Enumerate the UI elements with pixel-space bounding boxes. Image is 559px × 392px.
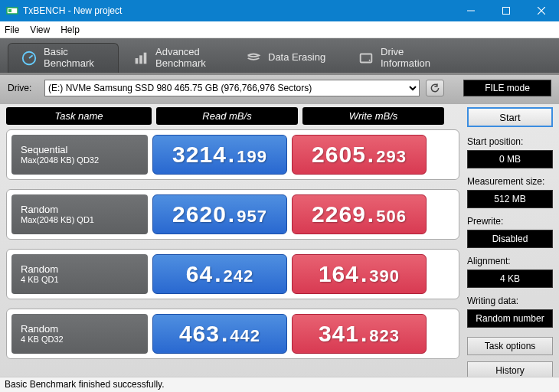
svg-rect-11 bbox=[361, 54, 372, 62]
task-name: Sequential bbox=[21, 144, 139, 156]
task-name: Random bbox=[21, 263, 139, 276]
results-panel: Task name Read mB/s Write mB/s Sequentia… bbox=[6, 107, 459, 380]
write-value: 341.823 bbox=[292, 314, 427, 354]
task-name: Random bbox=[21, 204, 139, 216]
minimize-button[interactable] bbox=[453, 0, 489, 21]
alignment-value[interactable]: 4 KB bbox=[467, 270, 553, 288]
prewrite-value[interactable]: Disabled bbox=[467, 230, 553, 248]
task-params: 4 KB QD32 bbox=[21, 335, 139, 345]
titlebar: TxBENCH - New project bbox=[0, 0, 559, 21]
result-row: Random4 KB QD164.242164.390 bbox=[6, 249, 459, 299]
measurement-size-label: Measurement size: bbox=[467, 176, 553, 187]
refresh-icon bbox=[430, 83, 440, 93]
result-row: RandomMax(2048 KB) QD12620.9572269.506 bbox=[6, 189, 459, 240]
task-options-button[interactable]: Task options bbox=[467, 337, 553, 355]
menu-help[interactable]: Help bbox=[60, 24, 80, 35]
svg-point-12 bbox=[369, 59, 371, 60]
svg-line-7 bbox=[29, 55, 33, 58]
tab-label: Data Erasing bbox=[268, 52, 325, 64]
drive-label: Drive: bbox=[8, 83, 38, 93]
drive-select[interactable]: (E:) NVMe Samsung SSD 980 465.75 GB (976… bbox=[44, 80, 420, 96]
side-panel: Start Start position: 0 MB Measurement s… bbox=[459, 107, 553, 380]
start-position-value[interactable]: 0 MB bbox=[467, 150, 553, 168]
task-params: Max(2048 KB) QD1 bbox=[21, 215, 139, 225]
measurement-size-value[interactable]: 512 MB bbox=[467, 190, 553, 208]
svg-rect-10 bbox=[144, 52, 147, 64]
menu-view[interactable]: View bbox=[30, 24, 50, 35]
result-row: SequentialMax(2048 KB) QD323214.1992605.… bbox=[6, 129, 459, 180]
drive-icon bbox=[358, 50, 374, 67]
svg-rect-9 bbox=[139, 55, 142, 64]
tab-label: Advanced Benchmark bbox=[155, 47, 206, 70]
alignment-label: Alignment: bbox=[467, 256, 553, 266]
read-value: 463.442 bbox=[152, 314, 287, 354]
tab-label: Basic Benchmark bbox=[44, 47, 94, 70]
write-value: 2605.293 bbox=[292, 135, 427, 175]
read-value: 2620.957 bbox=[152, 194, 287, 234]
task-cell[interactable]: RandomMax(2048 KB) QD1 bbox=[11, 194, 148, 234]
tab-data-erasing[interactable]: Data Erasing bbox=[233, 43, 344, 73]
start-position-label: Start position: bbox=[467, 136, 553, 147]
refresh-button[interactable] bbox=[426, 80, 444, 96]
tab-drive-information[interactable]: Drive Information bbox=[345, 43, 456, 73]
header-task: Task name bbox=[6, 107, 152, 125]
result-row: Random4 KB QD32463.442341.823 bbox=[6, 309, 459, 359]
drive-toolbar: Drive: (E:) NVMe Samsung SSD 980 465.75 … bbox=[0, 75, 559, 104]
close-button[interactable] bbox=[524, 0, 559, 21]
gauge-icon bbox=[21, 50, 38, 67]
header-write: Write mB/s bbox=[302, 107, 444, 125]
header-read: Read mB/s bbox=[156, 107, 298, 125]
task-params: 4 KB QD1 bbox=[21, 275, 139, 285]
svg-rect-3 bbox=[503, 8, 510, 15]
app-icon bbox=[6, 5, 18, 17]
write-value: 164.390 bbox=[292, 254, 427, 294]
tab-label: Drive Information bbox=[381, 47, 430, 70]
writing-data-value[interactable]: Random number bbox=[467, 309, 553, 328]
status-bar: Basic Benchmark finished successfully. bbox=[0, 377, 559, 392]
read-value: 3214.199 bbox=[152, 135, 287, 175]
svg-rect-1 bbox=[8, 9, 11, 12]
task-cell[interactable]: SequentialMax(2048 KB) QD32 bbox=[11, 135, 148, 175]
task-params: Max(2048 KB) QD32 bbox=[21, 155, 139, 165]
file-mode-button[interactable]: FILE mode bbox=[463, 80, 551, 96]
menu-file[interactable]: File bbox=[5, 24, 19, 35]
bars-icon bbox=[132, 50, 149, 67]
task-cell[interactable]: Random4 KB QD1 bbox=[11, 254, 148, 294]
tab-advanced-benchmark[interactable]: Advanced Benchmark bbox=[120, 43, 231, 73]
read-value: 64.242 bbox=[152, 254, 287, 294]
tabbar: Basic Benchmark Advanced Benchmark Data … bbox=[0, 38, 559, 75]
tab-basic-benchmark[interactable]: Basic Benchmark bbox=[8, 43, 119, 73]
write-value: 2269.506 bbox=[292, 194, 427, 234]
maximize-button[interactable] bbox=[489, 0, 524, 21]
erase-icon bbox=[245, 50, 262, 67]
prewrite-label: Prewrite: bbox=[467, 216, 553, 227]
window-title: TxBENCH - New project bbox=[23, 5, 453, 16]
start-button[interactable]: Start bbox=[467, 107, 553, 127]
task-cell[interactable]: Random4 KB QD32 bbox=[11, 314, 148, 354]
menubar: File View Help bbox=[0, 21, 559, 38]
task-name: Random bbox=[21, 323, 139, 335]
writing-data-label: Writing data: bbox=[467, 296, 553, 306]
svg-rect-8 bbox=[136, 58, 139, 64]
